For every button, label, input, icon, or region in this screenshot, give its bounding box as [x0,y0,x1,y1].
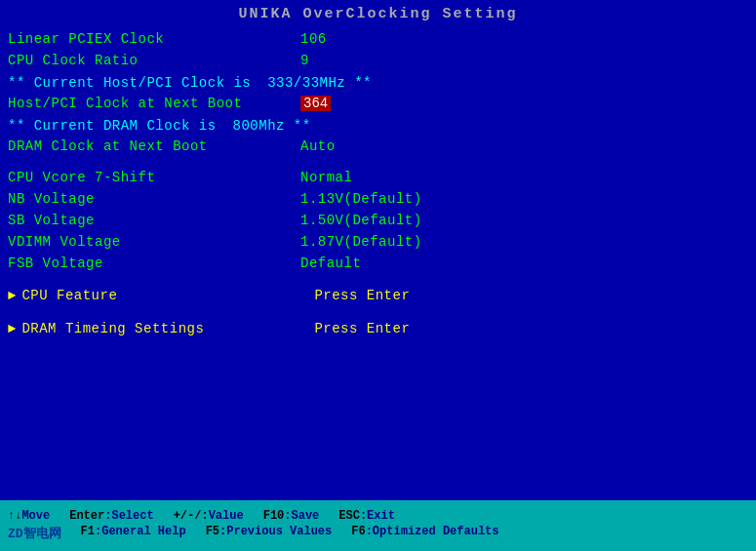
footer-value: +/-/:Value [174,509,244,523]
current-host-pci-label: ** Current Host/PCI Clock is 333/33MHz *… [8,74,372,92]
footer-prev-values: F5:Previous Values [206,525,333,542]
current-dram-clock-row: ** Current DRAM Clock is 800Mhz ** [8,116,744,138]
host-pci-next-boot-row[interactable]: Host/PCI Clock at Next Boot 364 [8,95,744,116]
footer-inner: ↑↓Move Enter:Select +/-/:Value F10:Save … [8,508,748,543]
spacer-1 [8,159,744,169]
footer-optimized: F6:Optimized Defaults [351,525,498,542]
cpu-clock-ratio-value: 9 [300,53,309,68]
footer-line-2: ZD智电网 F1:General Help F5:Previous Values… [8,524,748,543]
linear-pciex-clock-row[interactable]: Linear PCIEX Clock 106 [8,30,744,52]
fsb-voltage-row[interactable]: FSB Voltage Default [8,255,744,276]
sb-voltage-label: SB Voltage [8,213,300,228]
cpu-feature-row[interactable]: ► CPU Feature Press Enter [8,286,744,309]
current-host-pci-row: ** Current Host/PCI Clock is 333/33MHz *… [8,73,744,95]
footer-watermark-logo: ZD智电网 [8,525,61,542]
host-pci-next-boot-label: Host/PCI Clock at Next Boot [8,96,300,111]
cpu-clock-ratio-row[interactable]: CPU Clock Ratio 9 [8,52,744,73]
title-text: UNIKA OverClocking Setting [238,6,517,22]
cpu-feature-arrow: ► [8,288,16,303]
vdimm-voltage-row[interactable]: VDIMM Voltage 1.87V(Default) [8,233,744,255]
cpu-vcore-label: CPU Vcore 7-Shift [8,170,300,185]
spacer-3 [8,309,744,319]
title-bar: UNIKA OverClocking Setting [0,0,756,26]
footer-help: F1:General Help [81,525,186,542]
current-host-pci-value: 333/33MHz ** [267,75,372,91]
vdimm-voltage-label: VDIMM Voltage [8,234,300,250]
cpu-feature-value: Press Enter [314,288,410,303]
cpu-clock-ratio-label: CPU Clock Ratio [8,53,300,68]
dram-timeing-arrow: ► [8,321,16,336]
spacer-2 [8,276,744,286]
dram-clock-next-boot-value: Auto [300,138,336,154]
bios-screen: UNIKA OverClocking Setting Linear PCIEX … [0,0,756,551]
nb-voltage-value: 1.13V(Default) [300,191,422,207]
sb-voltage-row[interactable]: SB Voltage 1.50V(Default) [8,212,744,233]
linear-pciex-clock-label: Linear PCIEX Clock [8,31,300,47]
dram-timeing-value: Press Enter [314,321,410,336]
cpu-vcore-row[interactable]: CPU Vcore 7-Shift Normal [8,169,744,190]
fsb-voltage-value: Default [300,256,361,271]
dram-clock-next-boot-row[interactable]: DRAM Clock at Next Boot Auto [8,138,744,159]
footer-exit: ESC:Exit [338,509,395,523]
dram-clock-next-boot-label: DRAM Clock at Next Boot [8,138,300,154]
nb-voltage-row[interactable]: NB Voltage 1.13V(Default) [8,190,744,212]
nb-voltage-label: NB Voltage [8,191,300,207]
footer: ↑↓Move Enter:Select +/-/:Value F10:Save … [0,500,756,551]
cpu-vcore-value: Normal [300,170,352,185]
vdimm-voltage-value: 1.87V(Default) [300,234,422,250]
footer-line-1: ↑↓Move Enter:Select +/-/:Value F10:Save … [8,508,748,524]
footer-move: ↑↓Move [8,509,50,523]
cpu-feature-label: CPU Feature [21,288,314,303]
host-pci-next-boot-value: 364 [300,96,331,111]
sb-voltage-value: 1.50V(Default) [300,213,422,228]
dram-timeing-row[interactable]: ► DRAM Timeing Settings Press Enter [8,319,744,342]
main-content: Linear PCIEX Clock 106 CPU Clock Ratio 9… [0,26,756,500]
dram-timeing-label: DRAM Timeing Settings [21,321,314,336]
current-dram-clock-value: 800Mhz ** [233,118,311,134]
footer-save: F10:Save [263,509,320,523]
fsb-voltage-label: FSB Voltage [8,256,300,271]
current-dram-clock-label: ** Current DRAM Clock is 800Mhz ** [8,117,311,135]
linear-pciex-clock-value: 106 [300,31,327,47]
footer-select: Enter:Select [69,509,153,523]
